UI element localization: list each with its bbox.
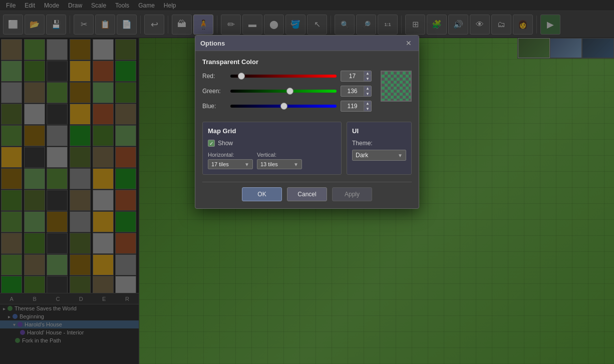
green-color-row: Green: 136 ▲ ▼: [202, 86, 372, 97]
vertical-select[interactable]: 13 tiles ▼: [257, 159, 302, 169]
transparent-color-section: Transparent Color Red: 17: [202, 58, 412, 116]
vertical-value: 13 tiles: [260, 161, 278, 167]
theme-value: Dark: [356, 152, 368, 159]
grid-selects: Horizontal: 17 tiles ▼ Vertical: 13 tile…: [208, 152, 336, 169]
horizontal-select-col: Horizontal: 17 tiles ▼: [208, 152, 253, 169]
theme-label: Theme:: [352, 140, 406, 147]
dialog-close-button[interactable]: ✕: [404, 39, 414, 48]
transparent-color-title: Transparent Color: [202, 58, 412, 66]
theme-dropdown-arrow: ▼: [398, 153, 403, 158]
vertical-dropdown-arrow: ▼: [293, 162, 298, 167]
bottom-sections: Map Grid ✓ Show Horizontal: 17 tiles ▼: [202, 122, 412, 175]
horizontal-select[interactable]: 17 tiles ▼: [208, 159, 253, 169]
dialog-overlay: Options ✕ Transparent Color Red:: [0, 0, 614, 364]
dialog-buttons: OK Cancel Apply: [202, 182, 412, 201]
dialog-titlebar: Options ✕: [195, 36, 419, 51]
ui-section-title: UI: [352, 127, 406, 135]
green-decrement[interactable]: ▼: [364, 91, 371, 97]
blue-spinbox-buttons: ▲ ▼: [364, 101, 371, 112]
vertical-label: Vertical:: [257, 152, 302, 158]
theme-select[interactable]: Dark ▼: [352, 150, 406, 161]
ui-section: UI Theme: Dark ▼: [347, 122, 412, 175]
map-grid-section: Map Grid ✓ Show Horizontal: 17 tiles ▼: [202, 122, 342, 175]
green-spinbox-buttons: ▲ ▼: [364, 86, 371, 97]
show-row: ✓ Show: [208, 140, 336, 147]
blue-increment[interactable]: ▲: [364, 101, 371, 106]
horizontal-label: Horizontal:: [208, 152, 253, 158]
red-slider-thumb[interactable]: [238, 73, 245, 80]
red-value: 17: [341, 73, 364, 80]
green-spinbox[interactable]: 136 ▲ ▼: [341, 86, 372, 97]
ok-button[interactable]: OK: [242, 187, 282, 201]
blue-spinbox[interactable]: 119 ▲ ▼: [341, 101, 372, 112]
horizontal-dropdown-arrow: ▼: [244, 162, 249, 167]
red-spinbox-buttons: ▲ ▼: [364, 71, 371, 82]
blue-color-row: Blue: 119 ▲ ▼: [202, 101, 372, 112]
red-increment[interactable]: ▲: [364, 71, 371, 76]
blue-decrement[interactable]: ▼: [364, 106, 371, 112]
green-slider-thumb[interactable]: [286, 88, 293, 95]
blue-slider-thumb[interactable]: [280, 103, 287, 110]
red-label: Red:: [202, 73, 226, 80]
map-grid-title: Map Grid: [208, 127, 336, 135]
options-dialog: Options ✕ Transparent Color Red:: [195, 35, 419, 209]
blue-label: Blue:: [202, 103, 226, 110]
red-slider[interactable]: [230, 75, 337, 78]
green-label: Green:: [202, 88, 226, 95]
dialog-title: Options: [200, 40, 225, 47]
red-color-row: Red: 17 ▲ ▼: [202, 71, 372, 82]
red-spinbox[interactable]: 17 ▲ ▼: [341, 71, 372, 82]
green-slider[interactable]: [230, 90, 337, 93]
apply-button[interactable]: Apply: [332, 187, 372, 201]
color-preview: [381, 71, 412, 102]
horizontal-value: 17 tiles: [211, 161, 229, 167]
green-increment[interactable]: ▲: [364, 86, 371, 91]
dialog-body: Transparent Color Red: 17: [195, 51, 419, 208]
vertical-select-col: Vertical: 13 tiles ▼: [257, 152, 302, 169]
show-label: Show: [218, 140, 233, 147]
show-checkbox[interactable]: ✓: [208, 140, 215, 147]
green-value: 136: [341, 88, 364, 95]
cancel-button[interactable]: Cancel: [287, 187, 327, 201]
red-decrement[interactable]: ▼: [364, 76, 371, 82]
blue-slider[interactable]: [230, 105, 337, 108]
blue-value: 119: [341, 103, 364, 110]
